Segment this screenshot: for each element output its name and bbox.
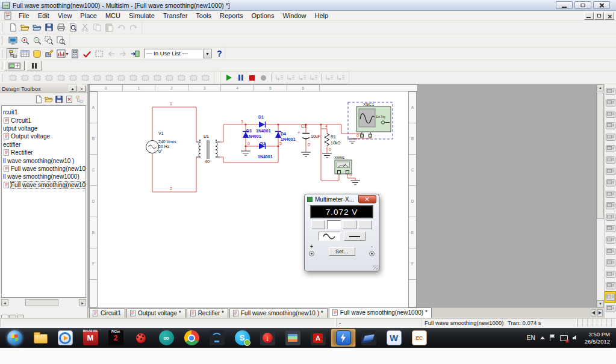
function-generator-icon[interactable] (605, 97, 616, 108)
design-tree-item[interactable]: Full wave smoothing(new10 ) (2, 165, 86, 173)
wireless-icon[interactable] (204, 329, 229, 347)
cut-button[interactable] (79, 22, 91, 33)
design-tree-item[interactable]: ll wave smoothing(new1000) (2, 173, 86, 180)
save-design-icon[interactable] (55, 95, 63, 103)
run-to-cursor-button[interactable] (308, 73, 319, 83)
mdi-close-button[interactable] (605, 12, 614, 20)
arduino-icon[interactable]: ∞ (154, 329, 179, 347)
chrome-icon[interactable] (179, 329, 204, 347)
vmware-icon[interactable] (280, 329, 305, 347)
menu-item[interactable]: Options (247, 11, 279, 20)
set-button[interactable]: Set... (329, 247, 355, 256)
dc-mode-button[interactable] (344, 232, 366, 241)
ultiboard-icon[interactable] (356, 329, 381, 347)
component-u1-transformer[interactable]: U1 40 (196, 134, 220, 164)
language-indicator[interactable]: EN (527, 335, 535, 341)
paste-button[interactable] (103, 22, 115, 33)
toolbar-grip[interactable] (1, 73, 2, 82)
menu-item[interactable]: Place (76, 11, 101, 20)
volume-icon[interactable] (573, 335, 580, 341)
menu-item[interactable]: Simulate (125, 11, 159, 20)
open-samples-button[interactable] (31, 22, 43, 33)
negative-terminal-jack[interactable] (369, 251, 375, 256)
sheet-tab[interactable]: Full wave smoothing(new1000) * (329, 307, 432, 318)
four-channel-oscilloscope-icon[interactable] (605, 131, 616, 143)
component-group-button[interactable] (31, 72, 43, 83)
mdi-restore-button[interactable] (594, 12, 604, 20)
scrollbar-thumb[interactable] (25, 299, 58, 306)
network-status-icon[interactable] (560, 335, 568, 341)
new-design-icon[interactable] (34, 95, 43, 103)
pickit-icon[interactable]: 2 PICkit (103, 329, 128, 347)
back-annotate-button[interactable] (105, 48, 117, 59)
distortion-analyzer-icon[interactable] (605, 211, 616, 223)
explorer-icon[interactable] (27, 329, 52, 347)
word-icon[interactable]: W (381, 329, 406, 347)
remove-breakpoints-button[interactable] (335, 73, 346, 83)
tray-expand-icon[interactable] (540, 336, 545, 339)
bode-plotter-icon[interactable] (605, 143, 616, 154)
open-button[interactable] (19, 22, 31, 33)
design-tree-item[interactable]: rcuit1 (2, 108, 86, 116)
design-tree-item[interactable]: ectifier (2, 141, 86, 149)
sheet-tab[interactable]: Circuit1 (89, 308, 125, 318)
media-player-icon[interactable] (52, 329, 78, 347)
component-group-button[interactable] (67, 72, 79, 83)
component-group-button[interactable] (91, 72, 103, 83)
component-group-button[interactable] (55, 72, 67, 83)
multimeter-mode-button[interactable] (358, 220, 372, 229)
iv-analyzer-icon[interactable] (605, 200, 616, 211)
menu-item[interactable]: Transfer (159, 11, 192, 20)
menu-item[interactable]: Reports (216, 11, 247, 20)
menu-item[interactable]: View (54, 11, 76, 20)
record-button[interactable] (258, 73, 269, 83)
mplab-icon[interactable]: M MPLAB IDE (78, 329, 103, 347)
resize-grip[interactable] (373, 265, 378, 270)
component-group-button[interactable] (175, 72, 187, 83)
spectrum-analyzer-icon[interactable] (605, 223, 616, 234)
ac-mode-button[interactable] (319, 232, 340, 241)
pause-switch-button[interactable] (26, 61, 42, 70)
sheet-tab[interactable]: Rectifier * (187, 308, 228, 318)
menu-item[interactable]: Tools (191, 11, 216, 20)
forward-annotate-button[interactable] (117, 48, 129, 59)
design-tree-item[interactable]: Circuit1 (2, 116, 86, 124)
run-button[interactable] (223, 73, 235, 83)
database-manager-button[interactable] (31, 48, 43, 59)
component-r1-resistor[interactable]: R1 10kΩ (325, 134, 341, 146)
combo-dropdown-icon[interactable]: ▼ (203, 49, 212, 58)
network-analyzer-icon[interactable] (605, 234, 616, 245)
close-button[interactable] (593, 1, 610, 9)
menu-item[interactable]: Window (278, 11, 310, 20)
agilent-oscilloscope-icon[interactable] (605, 268, 616, 280)
multimeter-window[interactable]: Multimeter-X... 7.072 V + Set... - (304, 194, 379, 271)
multimeter-mode-button[interactable] (311, 220, 325, 229)
multimeter-mode-button[interactable] (327, 220, 341, 229)
menu-item[interactable]: Edit (34, 11, 54, 20)
component-group-button[interactable] (43, 72, 55, 83)
in-use-list-value[interactable]: --- In Use List --- (144, 49, 203, 58)
step-out-button[interactable] (296, 73, 308, 83)
zoom-out-button[interactable] (31, 35, 43, 46)
menu-item[interactable]: File (14, 11, 34, 20)
tree-horizontal-scrollbar[interactable]: ◂ ▸ (1, 298, 86, 306)
erc-button[interactable] (81, 48, 93, 59)
toolbar-grip[interactable] (1, 49, 2, 58)
design-tree-item[interactable]: Output voltage (2, 132, 86, 140)
menu-item[interactable]: Help (311, 11, 333, 20)
redo-button[interactable] (127, 22, 139, 33)
panel-close-button[interactable]: x (78, 85, 86, 92)
labview-instrument-icon[interactable] (605, 291, 616, 303)
agilent-function-generator-icon[interactable] (605, 245, 616, 257)
multimeter-close-button[interactable] (358, 195, 376, 203)
grapher-dropdown-icon[interactable]: ▼ (65, 52, 69, 56)
transfer-ultiboard-button[interactable] (129, 48, 142, 59)
open-design-icon[interactable] (45, 95, 53, 103)
toolbar-grip[interactable] (1, 36, 2, 45)
copy-button[interactable] (91, 22, 103, 33)
zoom-in-button[interactable] (19, 35, 31, 46)
logic-analyzer-icon[interactable] (605, 177, 616, 188)
menu-item[interactable]: MCU (101, 11, 125, 20)
restore-button[interactable] (574, 1, 591, 9)
component-xmm1-multimeter[interactable]: XMM1 (334, 156, 352, 174)
